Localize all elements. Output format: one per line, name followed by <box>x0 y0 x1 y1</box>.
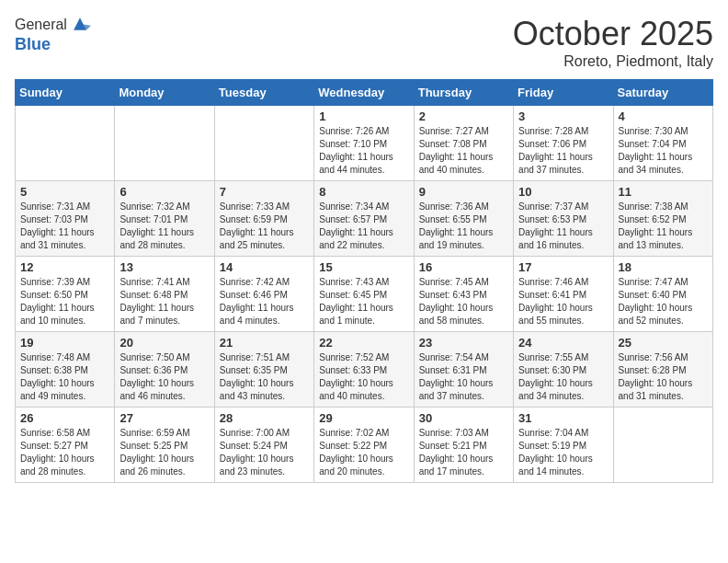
weekday-header-row: SundayMondayTuesdayWednesdayThursdayFrid… <box>16 80 713 106</box>
calendar-cell: 24Sunrise: 7:55 AM Sunset: 6:30 PM Dayli… <box>514 332 613 408</box>
day-number: 7 <box>220 185 309 199</box>
weekday-header-monday: Monday <box>115 80 214 106</box>
day-info: Sunrise: 7:51 AM Sunset: 6:35 PM Dayligh… <box>220 351 309 403</box>
calendar-cell: 26Sunrise: 6:58 AM Sunset: 5:27 PM Dayli… <box>16 408 115 483</box>
day-number: 30 <box>419 411 508 425</box>
day-number: 21 <box>220 336 309 350</box>
calendar-cell: 23Sunrise: 7:54 AM Sunset: 6:31 PM Dayli… <box>414 332 513 408</box>
day-info: Sunrise: 7:03 AM Sunset: 5:21 PM Dayligh… <box>419 427 508 478</box>
day-info: Sunrise: 7:31 AM Sunset: 7:03 PM Dayligh… <box>20 201 109 252</box>
day-number: 22 <box>319 336 408 350</box>
calendar-cell: 4Sunrise: 7:30 AM Sunset: 7:04 PM Daylig… <box>613 106 712 181</box>
calendar-week-2: 5Sunrise: 7:31 AM Sunset: 7:03 PM Daylig… <box>16 181 713 257</box>
day-number: 19 <box>20 336 109 350</box>
day-number: 24 <box>518 336 608 350</box>
day-info: Sunrise: 6:59 AM Sunset: 5:25 PM Dayligh… <box>119 427 209 478</box>
logo-blue-text: Blue <box>15 35 91 54</box>
day-info: Sunrise: 7:54 AM Sunset: 6:31 PM Dayligh… <box>419 351 508 403</box>
calendar-week-3: 12Sunrise: 7:39 AM Sunset: 6:50 PM Dayli… <box>16 257 713 332</box>
day-number: 15 <box>319 260 408 274</box>
day-info: Sunrise: 7:34 AM Sunset: 6:57 PM Dayligh… <box>319 201 408 252</box>
calendar-week-5: 26Sunrise: 6:58 AM Sunset: 5:27 PM Dayli… <box>16 408 713 483</box>
calendar-cell: 15Sunrise: 7:43 AM Sunset: 6:45 PM Dayli… <box>314 257 414 332</box>
day-info: Sunrise: 7:47 AM Sunset: 6:40 PM Dayligh… <box>619 276 708 327</box>
day-number: 28 <box>220 411 309 425</box>
day-info: Sunrise: 6:58 AM Sunset: 5:27 PM Dayligh… <box>20 427 109 478</box>
day-number: 11 <box>619 185 708 199</box>
day-info: Sunrise: 7:48 AM Sunset: 6:38 PM Dayligh… <box>20 351 109 403</box>
calendar-cell: 25Sunrise: 7:56 AM Sunset: 6:28 PM Dayli… <box>613 332 712 408</box>
calendar-cell: 16Sunrise: 7:45 AM Sunset: 6:43 PM Dayli… <box>414 257 513 332</box>
calendar-cell: 9Sunrise: 7:36 AM Sunset: 6:55 PM Daylig… <box>414 181 513 257</box>
calendar-cell: 29Sunrise: 7:02 AM Sunset: 5:22 PM Dayli… <box>314 408 414 483</box>
location: Roreto, Piedmont, Italy <box>513 53 713 70</box>
day-number: 27 <box>119 411 209 425</box>
calendar-cell: 19Sunrise: 7:48 AM Sunset: 6:38 PM Dayli… <box>16 332 115 408</box>
calendar-cell: 28Sunrise: 7:00 AM Sunset: 5:24 PM Dayli… <box>214 408 313 483</box>
day-info: Sunrise: 7:30 AM Sunset: 7:04 PM Dayligh… <box>619 125 708 177</box>
weekday-header-sunday: Sunday <box>16 80 115 106</box>
day-number: 6 <box>119 185 209 199</box>
calendar-cell: 7Sunrise: 7:33 AM Sunset: 6:59 PM Daylig… <box>214 181 313 257</box>
month-title: October 2025 <box>513 15 713 53</box>
calendar-cell: 2Sunrise: 7:27 AM Sunset: 7:08 PM Daylig… <box>414 106 513 181</box>
day-info: Sunrise: 7:36 AM Sunset: 6:55 PM Dayligh… <box>419 201 508 252</box>
calendar-cell: 18Sunrise: 7:47 AM Sunset: 6:40 PM Dayli… <box>613 257 712 332</box>
day-info: Sunrise: 7:00 AM Sunset: 5:24 PM Dayligh… <box>220 427 309 478</box>
day-number: 10 <box>518 185 608 199</box>
calendar-cell <box>115 106 214 181</box>
day-number: 17 <box>518 260 608 274</box>
calendar-cell: 6Sunrise: 7:32 AM Sunset: 7:01 PM Daylig… <box>115 181 214 257</box>
day-info: Sunrise: 7:45 AM Sunset: 6:43 PM Dayligh… <box>419 276 508 327</box>
logo: General Blue <box>15 15 91 54</box>
title-block: October 2025 Roreto, Piedmont, Italy <box>513 15 713 70</box>
day-number: 5 <box>20 185 109 199</box>
day-info: Sunrise: 7:42 AM Sunset: 6:46 PM Dayligh… <box>220 276 309 327</box>
day-number: 1 <box>319 109 408 123</box>
day-info: Sunrise: 7:02 AM Sunset: 5:22 PM Dayligh… <box>319 427 408 478</box>
day-info: Sunrise: 7:50 AM Sunset: 6:36 PM Dayligh… <box>119 351 209 403</box>
day-info: Sunrise: 7:28 AM Sunset: 7:06 PM Dayligh… <box>518 125 608 177</box>
calendar-cell: 1Sunrise: 7:26 AM Sunset: 7:10 PM Daylig… <box>314 106 414 181</box>
calendar-cell: 5Sunrise: 7:31 AM Sunset: 7:03 PM Daylig… <box>16 181 115 257</box>
day-info: Sunrise: 7:41 AM Sunset: 6:48 PM Dayligh… <box>119 276 209 327</box>
calendar-cell: 3Sunrise: 7:28 AM Sunset: 7:06 PM Daylig… <box>514 106 613 181</box>
day-number: 31 <box>518 411 608 425</box>
day-info: Sunrise: 7:26 AM Sunset: 7:10 PM Dayligh… <box>319 125 408 177</box>
calendar-table: SundayMondayTuesdayWednesdayThursdayFrid… <box>15 79 713 483</box>
weekday-header-saturday: Saturday <box>613 80 712 106</box>
day-number: 26 <box>20 411 109 425</box>
logo-general-text: General <box>15 17 67 33</box>
calendar-cell: 14Sunrise: 7:42 AM Sunset: 6:46 PM Dayli… <box>214 257 313 332</box>
calendar-cell: 8Sunrise: 7:34 AM Sunset: 6:57 PM Daylig… <box>314 181 414 257</box>
calendar-cell: 30Sunrise: 7:03 AM Sunset: 5:21 PM Dayli… <box>414 408 513 483</box>
day-info: Sunrise: 7:46 AM Sunset: 6:41 PM Dayligh… <box>518 276 608 327</box>
calendar-cell: 21Sunrise: 7:51 AM Sunset: 6:35 PM Dayli… <box>214 332 313 408</box>
calendar-cell: 13Sunrise: 7:41 AM Sunset: 6:48 PM Dayli… <box>115 257 214 332</box>
day-number: 3 <box>518 109 608 123</box>
calendar-cell: 31Sunrise: 7:04 AM Sunset: 5:19 PM Dayli… <box>514 408 613 483</box>
day-number: 16 <box>419 260 508 274</box>
day-number: 8 <box>319 185 408 199</box>
day-info: Sunrise: 7:56 AM Sunset: 6:28 PM Dayligh… <box>619 351 708 403</box>
calendar-week-4: 19Sunrise: 7:48 AM Sunset: 6:38 PM Dayli… <box>16 332 713 408</box>
day-info: Sunrise: 7:04 AM Sunset: 5:19 PM Dayligh… <box>518 427 608 478</box>
day-info: Sunrise: 7:38 AM Sunset: 6:52 PM Dayligh… <box>619 201 708 252</box>
day-number: 2 <box>419 109 508 123</box>
calendar-cell <box>16 106 115 181</box>
weekday-header-wednesday: Wednesday <box>314 80 414 106</box>
calendar-cell: 22Sunrise: 7:52 AM Sunset: 6:33 PM Dayli… <box>314 332 414 408</box>
day-info: Sunrise: 7:33 AM Sunset: 6:59 PM Dayligh… <box>220 201 309 252</box>
calendar-cell: 11Sunrise: 7:38 AM Sunset: 6:52 PM Dayli… <box>613 181 712 257</box>
calendar-cell: 27Sunrise: 6:59 AM Sunset: 5:25 PM Dayli… <box>115 408 214 483</box>
day-number: 12 <box>20 260 109 274</box>
day-info: Sunrise: 7:32 AM Sunset: 7:01 PM Dayligh… <box>119 201 209 252</box>
calendar-cell: 10Sunrise: 7:37 AM Sunset: 6:53 PM Dayli… <box>514 181 613 257</box>
day-info: Sunrise: 7:37 AM Sunset: 6:53 PM Dayligh… <box>518 201 608 252</box>
day-number: 23 <box>419 336 508 350</box>
day-info: Sunrise: 7:52 AM Sunset: 6:33 PM Dayligh… <box>319 351 408 403</box>
calendar-cell: 17Sunrise: 7:46 AM Sunset: 6:41 PM Dayli… <box>514 257 613 332</box>
calendar-cell <box>214 106 313 181</box>
day-info: Sunrise: 7:55 AM Sunset: 6:30 PM Dayligh… <box>518 351 608 403</box>
logo-icon <box>69 13 91 35</box>
